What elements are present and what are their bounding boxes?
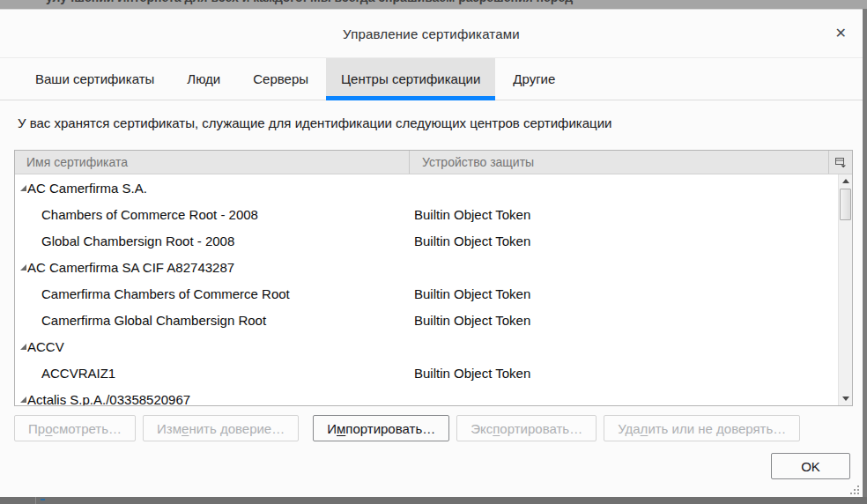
column-picker-icon[interactable] <box>828 151 852 174</box>
certificate-name: ACCVRAIZ1 <box>41 366 115 381</box>
security-device: Builtin Object Token <box>409 207 838 222</box>
edit-trust-button[interactable]: Изменить доверие… <box>143 415 299 441</box>
certificate-name: AC Camerfirma SA CIF A82743287 <box>27 260 234 275</box>
description-text: У вас хранятся сертификаты, служащие для… <box>18 115 863 130</box>
certificate-name: Camerfirma Chambers of Commerce Root <box>41 286 290 301</box>
certificate-name: ACCV <box>27 339 64 354</box>
table-row-group[interactable]: Actalis S.p.A./03358520967 <box>15 386 838 405</box>
security-device: Builtin Object Token <box>409 233 838 248</box>
table-row-group[interactable]: AC Camerfirma SA CIF A82743287 <box>15 254 838 280</box>
table-row[interactable]: Camerfirma Chambers of Commerce Root Bui… <box>15 280 838 307</box>
table-row-group[interactable]: ACCV <box>15 333 838 359</box>
tab-your-certificates[interactable]: Ваши сертификаты <box>20 58 169 100</box>
column-header-certificate-name[interactable]: Имя сертификата <box>15 151 409 174</box>
vertical-scrollbar[interactable] <box>838 174 852 405</box>
security-device: Builtin Object Token <box>409 313 838 328</box>
twisty-expanded-icon[interactable] <box>19 343 27 351</box>
certificate-name: Actalis S.p.A./03358520967 <box>27 392 190 406</box>
table-row-group[interactable]: AC Camerfirma S.A. <box>15 174 838 201</box>
resize-grip-icon[interactable] <box>850 485 859 494</box>
table-header: Имя сертификата Устройство защиты <box>15 151 852 174</box>
background-link-fragment <box>41 499 45 500</box>
certificates-table: Имя сертификата Устройство защиты A <box>14 150 853 406</box>
delete-or-distrust-button[interactable]: Удалить или не доверять… <box>604 415 800 441</box>
scroll-up-arrow[interactable] <box>839 174 852 188</box>
tab-servers[interactable]: Серверы <box>238 58 323 100</box>
dialog-title: Управление сертификатами <box>343 26 520 41</box>
close-icon[interactable]: ✕ <box>832 23 850 44</box>
view-button[interactable]: Просмотреть… <box>14 415 136 441</box>
table-body: AC Camerfirma S.A. Chambers of Commerce … <box>15 174 852 405</box>
table-row[interactable]: Chambers of Commerce Root - 2008 Builtin… <box>15 201 838 227</box>
security-device: Builtin Object Token <box>409 366 838 381</box>
import-button[interactable]: Импортировать… <box>313 415 449 441</box>
table-row[interactable]: Global Chambersign Root - 2008 Builtin O… <box>15 227 838 254</box>
ok-button[interactable]: OK <box>771 453 850 479</box>
screen: улучшении Интернета для всех и каждого! … <box>0 0 867 504</box>
scrollbar-thumb[interactable] <box>840 189 851 220</box>
scroll-down-arrow[interactable] <box>839 392 852 405</box>
export-button[interactable]: Экспортировать… <box>456 415 597 441</box>
twisty-expanded-icon[interactable] <box>19 263 27 271</box>
certificate-name: Global Chambersign Root - 2008 <box>41 233 234 248</box>
action-buttons-row: Просмотреть… Изменить доверие… Импортиро… <box>14 415 807 441</box>
column-header-security-device[interactable]: Устройство защиты <box>409 151 828 174</box>
rows-container: AC Camerfirma S.A. Chambers of Commerce … <box>15 174 838 405</box>
tab-authorities[interactable]: Центры сертификации <box>326 58 495 100</box>
certificate-name: Chambers of Commerce Root - 2008 <box>41 207 258 222</box>
tab-bar: Ваши сертификаты Люди Серверы Центры сер… <box>0 58 863 100</box>
background-page-bottom <box>0 497 867 504</box>
table-row[interactable]: ACCVRAIZ1 Builtin Object Token <box>15 359 838 386</box>
background-divider <box>35 497 36 504</box>
tab-people[interactable]: Люди <box>172 58 235 100</box>
certificate-name: Camerfirma Global Chambersign Root <box>41 313 266 328</box>
twisty-expanded-icon[interactable] <box>19 184 27 192</box>
certificate-manager-dialog: Управление сертификатами ✕ Ваши сертифик… <box>0 9 863 497</box>
background-clipped-text: улучшении Интернета для всех и каждого! … <box>46 0 573 4</box>
certificate-name: AC Camerfirma S.A. <box>27 181 147 196</box>
background-page-top: улучшении Интернета для всех и каждого! … <box>0 0 867 9</box>
table-row[interactable]: Camerfirma Global Chambersign Root Built… <box>15 307 838 333</box>
background-page-right-edge <box>863 9 867 497</box>
dialog-titlebar: Управление сертификатами ✕ <box>0 10 863 58</box>
tab-others[interactable]: Другие <box>498 58 570 100</box>
twisty-expanded-icon[interactable] <box>19 396 27 404</box>
security-device: Builtin Object Token <box>409 286 838 301</box>
